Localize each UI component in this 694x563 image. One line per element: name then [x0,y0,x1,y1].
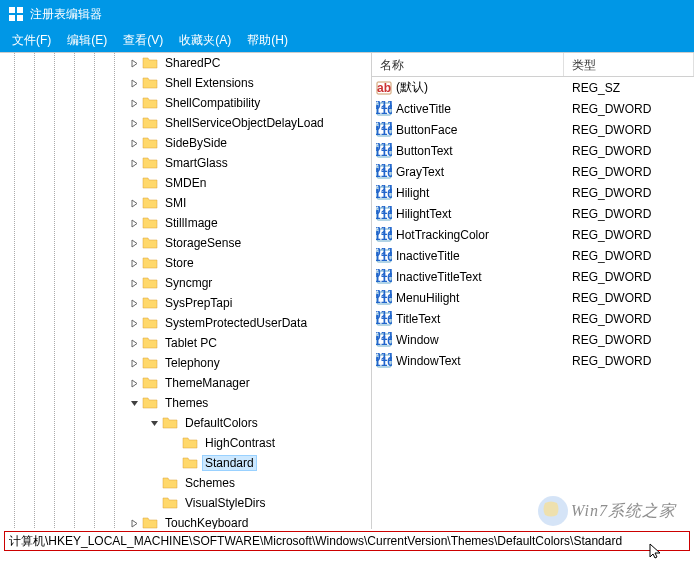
tree-item[interactable]: Themes [0,393,371,413]
tree-item[interactable]: SysPrepTapi [0,293,371,313]
expand-spacer [148,477,160,489]
folder-icon [142,255,158,271]
tree-item-label: Themes [162,396,211,410]
tree-item-label: ThemeManager [162,376,253,390]
value-row[interactable]: GrayTextREG_DWORD [372,161,694,182]
tree-item[interactable]: VisualStyleDirs [0,493,371,513]
chevron-right-icon[interactable] [128,237,140,249]
tree-item-label: SideBySide [162,136,230,150]
binary-value-icon [376,269,392,285]
value-row[interactable]: MenuHilightREG_DWORD [372,287,694,308]
folder-icon [142,275,158,291]
binary-value-icon [376,122,392,138]
chevron-right-icon[interactable] [128,197,140,209]
binary-value-icon [376,185,392,201]
tree-item[interactable]: ShellCompatibility [0,93,371,113]
chevron-right-icon[interactable] [128,117,140,129]
tree-item[interactable]: SideBySide [0,133,371,153]
value-name: WindowText [396,354,461,368]
value-type: REG_DWORD [564,354,694,368]
tree-item[interactable]: Telephony [0,353,371,373]
chevron-right-icon[interactable] [128,137,140,149]
chevron-right-icon[interactable] [128,157,140,169]
chevron-right-icon[interactable] [128,277,140,289]
tree-item-label: Shell Extensions [162,76,257,90]
chevron-right-icon[interactable] [128,97,140,109]
tree-item[interactable]: HighContrast [0,433,371,453]
tree-item-label: ShellCompatibility [162,96,263,110]
chevron-right-icon[interactable] [128,257,140,269]
tree-item[interactable]: Standard [0,453,371,473]
chevron-right-icon[interactable] [128,317,140,329]
chevron-right-icon[interactable] [128,77,140,89]
value-row[interactable]: ButtonTextREG_DWORD [372,140,694,161]
folder-icon [182,435,198,451]
tree-item[interactable]: ThemeManager [0,373,371,393]
tree-item[interactable]: TouchKeyboard [0,513,371,529]
value-name: TitleText [396,312,440,326]
tree-item[interactable]: Shell Extensions [0,73,371,93]
folder-icon [142,175,158,191]
tree-item[interactable]: Store [0,253,371,273]
chevron-right-icon[interactable] [128,357,140,369]
value-row[interactable]: HilightTextREG_DWORD [372,203,694,224]
value-name: InactiveTitle [396,249,460,263]
menu-edit[interactable]: 编辑(E) [59,30,115,51]
tree-item[interactable]: Schemes [0,473,371,493]
tree-item[interactable]: SmartGlass [0,153,371,173]
chevron-right-icon[interactable] [128,337,140,349]
menu-bar: 文件(F) 编辑(E) 查看(V) 收藏夹(A) 帮助(H) [0,28,694,52]
chevron-right-icon[interactable] [128,377,140,389]
binary-value-icon [376,332,392,348]
expand-spacer [148,497,160,509]
folder-icon [142,155,158,171]
value-row[interactable]: HotTrackingColorREG_DWORD [372,224,694,245]
tree-item[interactable]: SMDEn [0,173,371,193]
chevron-down-icon[interactable] [128,397,140,409]
value-row[interactable]: (默认)REG_SZ [372,77,694,98]
folder-icon [142,215,158,231]
value-row[interactable]: WindowTextREG_DWORD [372,350,694,371]
value-row[interactable]: ActiveTitleREG_DWORD [372,98,694,119]
folder-icon [142,295,158,311]
chevron-right-icon[interactable] [128,297,140,309]
menu-view[interactable]: 查看(V) [115,30,171,51]
list-body[interactable]: (默认)REG_SZActiveTitleREG_DWORDButtonFace… [372,77,694,529]
menu-help[interactable]: 帮助(H) [239,30,296,51]
value-row[interactable]: TitleTextREG_DWORD [372,308,694,329]
expand-spacer [128,177,140,189]
value-row[interactable]: InactiveTitleREG_DWORD [372,245,694,266]
chevron-right-icon[interactable] [128,517,140,529]
folder-icon [142,195,158,211]
menu-favorites[interactable]: 收藏夹(A) [171,30,239,51]
chevron-right-icon[interactable] [128,217,140,229]
tree-item[interactable]: StorageSense [0,233,371,253]
tree-item[interactable]: SharedPC [0,53,371,73]
tree-item[interactable]: SMI [0,193,371,213]
chevron-down-icon[interactable] [148,417,160,429]
value-name: (默认) [396,79,428,96]
value-row[interactable]: InactiveTitleTextREG_DWORD [372,266,694,287]
folder-icon [162,415,178,431]
value-type: REG_DWORD [564,102,694,116]
menu-file[interactable]: 文件(F) [4,30,59,51]
value-row[interactable]: ButtonFaceREG_DWORD [372,119,694,140]
tree-item[interactable]: Syncmgr [0,273,371,293]
col-type-header[interactable]: 类型 [564,53,694,76]
value-type: REG_DWORD [564,333,694,347]
col-name-header[interactable]: 名称 [372,53,564,76]
folder-icon [142,115,158,131]
binary-value-icon [376,227,392,243]
chevron-right-icon[interactable] [128,57,140,69]
tree-item[interactable]: Tablet PC [0,333,371,353]
tree-panel[interactable]: SharedPCShell ExtensionsShellCompatibili… [0,53,372,529]
tree-item[interactable]: ShellServiceObjectDelayLoad [0,113,371,133]
value-row[interactable]: HilightREG_DWORD [372,182,694,203]
tree-item[interactable]: StillImage [0,213,371,233]
value-name: Hilight [396,186,429,200]
value-row[interactable]: WindowREG_DWORD [372,329,694,350]
tree-item[interactable]: DefaultColors [0,413,371,433]
tree-item[interactable]: SystemProtectedUserData [0,313,371,333]
binary-value-icon [376,143,392,159]
tree-item-label: SMI [162,196,189,210]
